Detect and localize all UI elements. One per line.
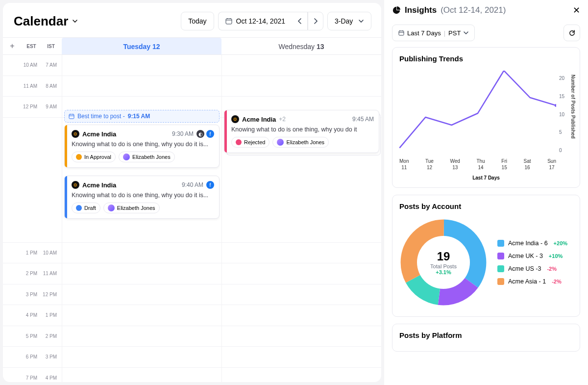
best-time-hint[interactable]: Best time to post - 9:15 AM (64, 110, 220, 123)
avatar (277, 139, 284, 146)
svg-rect-1 (69, 114, 74, 119)
facebook-icon: f (206, 130, 214, 138)
publishing-trends-card: Publishing Trends Number of Posts Publis… (392, 47, 580, 188)
chart-pie-icon (392, 6, 401, 15)
calendar-icon (398, 30, 404, 36)
legend-item[interactable]: Acme UK - 3+10% (497, 253, 573, 259)
legend: Acme India - 6+20% Acme UK - 3+10% Acme … (497, 240, 573, 285)
brand-logo-icon: ⊙ (72, 181, 79, 189)
accounts-title: Posts by Account (399, 202, 573, 210)
date-range-button[interactable]: Oct 12-14, 2021 (218, 12, 292, 30)
day-tab-tuesday[interactable]: Tuesday 12 (62, 38, 221, 54)
chevron-right-icon (313, 18, 318, 24)
timezone-2[interactable]: IST (41, 44, 61, 49)
chevron-left-icon (297, 18, 302, 24)
y-axis: 20151050 (559, 76, 573, 153)
refresh-icon (568, 29, 576, 37)
donut-chart[interactable]: 19 Total Posts +3.1% (399, 218, 488, 307)
timezone-1[interactable]: EST (22, 44, 41, 49)
trends-chart[interactable]: Number of Posts Published 20151050 Mon11… (399, 68, 573, 180)
insights-title: Insights (405, 5, 437, 15)
time-gutter: 10 AM7 AM 11 AM8 AM 12 PM9 AM 1 PM10 AM … (3, 55, 62, 382)
facebook-icon: f (206, 181, 214, 189)
legend-item[interactable]: Acme US -3-2% (497, 265, 573, 272)
page-title-dropdown[interactable]: Calendar (14, 14, 79, 29)
legend-item[interactable]: Acme India - 6+20% (497, 240, 573, 247)
calendar-header: Calendar Today Oct 12-14, 2021 3-Day (3, 3, 381, 37)
status-badge: Draft (72, 203, 100, 213)
chevron-down-icon (464, 30, 468, 35)
date-filter-pill[interactable]: Last 7 Days | PST (392, 25, 475, 41)
insights-subtitle: (Oct 12-14, 2021) (441, 5, 506, 15)
today-button[interactable]: Today (181, 12, 214, 30)
svg-rect-2 (399, 31, 404, 35)
insights-panel: Insights (Oct 12-14, 2021) ✕ Last 7 Days… (384, 0, 588, 385)
x-axis: Mon11Tue12Wed13Thu14Fri15Sat16Sun17 (399, 158, 556, 171)
brand-logo-icon: ⊙ (72, 130, 79, 138)
moon-icon: ◐ (196, 130, 204, 138)
next-button[interactable] (308, 12, 323, 30)
svg-rect-0 (226, 19, 232, 24)
status-badge: In Approval (72, 152, 116, 162)
page-title: Calendar (14, 14, 68, 29)
prev-button[interactable] (292, 12, 308, 30)
posts-by-account-card: Posts by Account 19 Total Posts +3.1% (392, 195, 580, 317)
chevron-down-icon (358, 18, 364, 24)
event-card[interactable]: ⊙ Acme India +2 9:45 AM Knowing what to … (224, 110, 379, 153)
brand-logo-icon: ⊙ (231, 115, 239, 123)
day-column-wednesday[interactable]: ⊙ Acme India +2 9:45 AM Knowing what to … (221, 55, 381, 382)
trends-title: Publishing Trends (399, 54, 573, 63)
add-button[interactable]: + (3, 42, 22, 51)
day-column-tuesday[interactable]: Best time to post - 9:15 AM ⊙ Acme India… (62, 55, 221, 382)
x-axis-caption: Last 7 Days (399, 175, 573, 180)
posts-by-platform-card: Posts by Platform (392, 324, 580, 352)
view-select[interactable]: 3-Day (327, 12, 371, 30)
day-tab-wednesday[interactable]: Wednesday 13 (221, 38, 381, 54)
author-chip[interactable]: Elizabeth Jones (272, 137, 329, 148)
author-chip[interactable]: Elizabeth Jones (103, 203, 160, 213)
author-chip[interactable]: Elizabeth Jones (119, 152, 175, 162)
calendar-pane: Calendar Today Oct 12-14, 2021 3-Day + E… (3, 3, 381, 382)
total-posts: 19 (437, 250, 450, 263)
status-badge: Rejected (231, 137, 270, 148)
date-range-group: Oct 12-14, 2021 (218, 12, 323, 30)
calendar-icon (69, 113, 74, 119)
legend-item[interactable]: Acme Asia - 1-2% (497, 278, 573, 285)
avatar (123, 154, 130, 160)
platform-title: Posts by Platform (399, 331, 573, 339)
chevron-down-icon (71, 17, 79, 25)
calendar-icon (225, 18, 232, 25)
refresh-button[interactable] (564, 25, 580, 41)
event-card[interactable]: ⊙ Acme India 9:30 AM ◐ f Knowing what to… (64, 125, 220, 168)
avatar (108, 205, 115, 211)
event-card[interactable]: ⊙ Acme India 9:40 AM f Knowing what to d… (64, 176, 220, 219)
close-button[interactable]: ✕ (573, 5, 580, 16)
calendar-grid[interactable]: 10 AM7 AM 11 AM8 AM 12 PM9 AM 1 PM10 AM … (3, 55, 381, 382)
day-header-row: + EST IST Tuesday 12 Wednesday 13 (3, 37, 381, 55)
